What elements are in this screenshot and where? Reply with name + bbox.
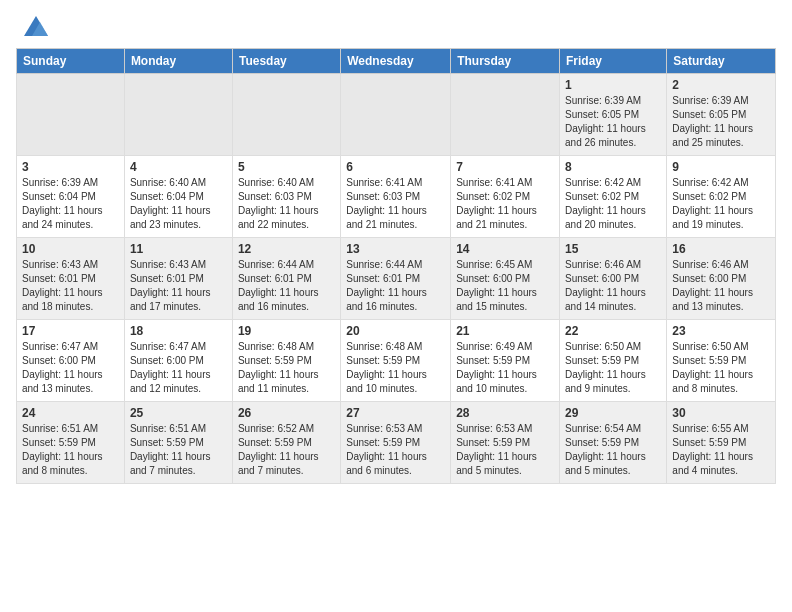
day-info: Sunrise: 6:49 AM Sunset: 5:59 PM Dayligh… [456,340,554,396]
calendar-week-row: 24Sunrise: 6:51 AM Sunset: 5:59 PM Dayli… [17,402,776,484]
calendar-week-row: 10Sunrise: 6:43 AM Sunset: 6:01 PM Dayli… [17,238,776,320]
day-info: Sunrise: 6:55 AM Sunset: 5:59 PM Dayligh… [672,422,770,478]
calendar-cell: 23Sunrise: 6:50 AM Sunset: 5:59 PM Dayli… [667,320,776,402]
calendar-cell: 6Sunrise: 6:41 AM Sunset: 6:03 PM Daylig… [341,156,451,238]
day-info: Sunrise: 6:40 AM Sunset: 6:04 PM Dayligh… [130,176,227,232]
day-info: Sunrise: 6:39 AM Sunset: 6:05 PM Dayligh… [672,94,770,150]
weekday-header-monday: Monday [124,49,232,74]
day-info: Sunrise: 6:41 AM Sunset: 6:03 PM Dayligh… [346,176,445,232]
calendar-cell [341,74,451,156]
weekday-header-wednesday: Wednesday [341,49,451,74]
day-number: 5 [238,160,335,174]
calendar-cell: 25Sunrise: 6:51 AM Sunset: 5:59 PM Dayli… [124,402,232,484]
logo-icon [20,12,52,40]
day-info: Sunrise: 6:43 AM Sunset: 6:01 PM Dayligh… [22,258,119,314]
calendar-cell [124,74,232,156]
calendar-week-row: 3Sunrise: 6:39 AM Sunset: 6:04 PM Daylig… [17,156,776,238]
weekday-header-tuesday: Tuesday [232,49,340,74]
day-number: 8 [565,160,661,174]
calendar-table: SundayMondayTuesdayWednesdayThursdayFrid… [16,48,776,484]
calendar-cell: 19Sunrise: 6:48 AM Sunset: 5:59 PM Dayli… [232,320,340,402]
calendar-cell: 12Sunrise: 6:44 AM Sunset: 6:01 PM Dayli… [232,238,340,320]
day-number: 17 [22,324,119,338]
day-number: 15 [565,242,661,256]
calendar-cell: 8Sunrise: 6:42 AM Sunset: 6:02 PM Daylig… [560,156,667,238]
page: SundayMondayTuesdayWednesdayThursdayFrid… [0,0,792,496]
day-number: 7 [456,160,554,174]
calendar-cell: 18Sunrise: 6:47 AM Sunset: 6:00 PM Dayli… [124,320,232,402]
weekday-header-row: SundayMondayTuesdayWednesdayThursdayFrid… [17,49,776,74]
calendar-week-row: 1Sunrise: 6:39 AM Sunset: 6:05 PM Daylig… [17,74,776,156]
header [16,12,776,40]
calendar-cell: 21Sunrise: 6:49 AM Sunset: 5:59 PM Dayli… [451,320,560,402]
day-info: Sunrise: 6:41 AM Sunset: 6:02 PM Dayligh… [456,176,554,232]
day-number: 21 [456,324,554,338]
calendar-cell: 26Sunrise: 6:52 AM Sunset: 5:59 PM Dayli… [232,402,340,484]
day-info: Sunrise: 6:42 AM Sunset: 6:02 PM Dayligh… [672,176,770,232]
day-info: Sunrise: 6:44 AM Sunset: 6:01 PM Dayligh… [346,258,445,314]
calendar-cell: 5Sunrise: 6:40 AM Sunset: 6:03 PM Daylig… [232,156,340,238]
calendar-cell: 3Sunrise: 6:39 AM Sunset: 6:04 PM Daylig… [17,156,125,238]
weekday-header-thursday: Thursday [451,49,560,74]
day-number: 16 [672,242,770,256]
day-number: 3 [22,160,119,174]
weekday-header-saturday: Saturday [667,49,776,74]
day-number: 4 [130,160,227,174]
day-number: 12 [238,242,335,256]
calendar-cell [232,74,340,156]
day-info: Sunrise: 6:52 AM Sunset: 5:59 PM Dayligh… [238,422,335,478]
day-number: 1 [565,78,661,92]
logo [16,12,52,40]
day-number: 9 [672,160,770,174]
calendar-cell [451,74,560,156]
day-info: Sunrise: 6:53 AM Sunset: 5:59 PM Dayligh… [346,422,445,478]
day-info: Sunrise: 6:51 AM Sunset: 5:59 PM Dayligh… [22,422,119,478]
day-info: Sunrise: 6:54 AM Sunset: 5:59 PM Dayligh… [565,422,661,478]
calendar-cell: 30Sunrise: 6:55 AM Sunset: 5:59 PM Dayli… [667,402,776,484]
calendar-cell [17,74,125,156]
day-number: 19 [238,324,335,338]
day-info: Sunrise: 6:47 AM Sunset: 6:00 PM Dayligh… [130,340,227,396]
day-number: 26 [238,406,335,420]
calendar-cell: 9Sunrise: 6:42 AM Sunset: 6:02 PM Daylig… [667,156,776,238]
calendar-cell: 24Sunrise: 6:51 AM Sunset: 5:59 PM Dayli… [17,402,125,484]
day-info: Sunrise: 6:46 AM Sunset: 6:00 PM Dayligh… [565,258,661,314]
day-info: Sunrise: 6:50 AM Sunset: 5:59 PM Dayligh… [672,340,770,396]
day-number: 25 [130,406,227,420]
day-info: Sunrise: 6:43 AM Sunset: 6:01 PM Dayligh… [130,258,227,314]
day-info: Sunrise: 6:48 AM Sunset: 5:59 PM Dayligh… [346,340,445,396]
calendar-cell: 28Sunrise: 6:53 AM Sunset: 5:59 PM Dayli… [451,402,560,484]
day-number: 29 [565,406,661,420]
day-info: Sunrise: 6:50 AM Sunset: 5:59 PM Dayligh… [565,340,661,396]
calendar-week-row: 17Sunrise: 6:47 AM Sunset: 6:00 PM Dayli… [17,320,776,402]
calendar-cell: 2Sunrise: 6:39 AM Sunset: 6:05 PM Daylig… [667,74,776,156]
day-info: Sunrise: 6:45 AM Sunset: 6:00 PM Dayligh… [456,258,554,314]
day-info: Sunrise: 6:46 AM Sunset: 6:00 PM Dayligh… [672,258,770,314]
day-info: Sunrise: 6:51 AM Sunset: 5:59 PM Dayligh… [130,422,227,478]
day-number: 20 [346,324,445,338]
day-number: 30 [672,406,770,420]
day-number: 28 [456,406,554,420]
calendar-cell: 14Sunrise: 6:45 AM Sunset: 6:00 PM Dayli… [451,238,560,320]
day-info: Sunrise: 6:40 AM Sunset: 6:03 PM Dayligh… [238,176,335,232]
day-number: 24 [22,406,119,420]
day-info: Sunrise: 6:44 AM Sunset: 6:01 PM Dayligh… [238,258,335,314]
day-info: Sunrise: 6:39 AM Sunset: 6:04 PM Dayligh… [22,176,119,232]
day-number: 23 [672,324,770,338]
weekday-header-friday: Friday [560,49,667,74]
calendar-cell: 4Sunrise: 6:40 AM Sunset: 6:04 PM Daylig… [124,156,232,238]
calendar-cell: 20Sunrise: 6:48 AM Sunset: 5:59 PM Dayli… [341,320,451,402]
calendar-cell: 29Sunrise: 6:54 AM Sunset: 5:59 PM Dayli… [560,402,667,484]
day-number: 14 [456,242,554,256]
calendar-cell: 16Sunrise: 6:46 AM Sunset: 6:00 PM Dayli… [667,238,776,320]
day-number: 11 [130,242,227,256]
day-number: 13 [346,242,445,256]
calendar-cell: 10Sunrise: 6:43 AM Sunset: 6:01 PM Dayli… [17,238,125,320]
day-number: 22 [565,324,661,338]
day-number: 10 [22,242,119,256]
day-number: 18 [130,324,227,338]
calendar-cell: 17Sunrise: 6:47 AM Sunset: 6:00 PM Dayli… [17,320,125,402]
calendar-cell: 7Sunrise: 6:41 AM Sunset: 6:02 PM Daylig… [451,156,560,238]
day-number: 2 [672,78,770,92]
day-info: Sunrise: 6:39 AM Sunset: 6:05 PM Dayligh… [565,94,661,150]
